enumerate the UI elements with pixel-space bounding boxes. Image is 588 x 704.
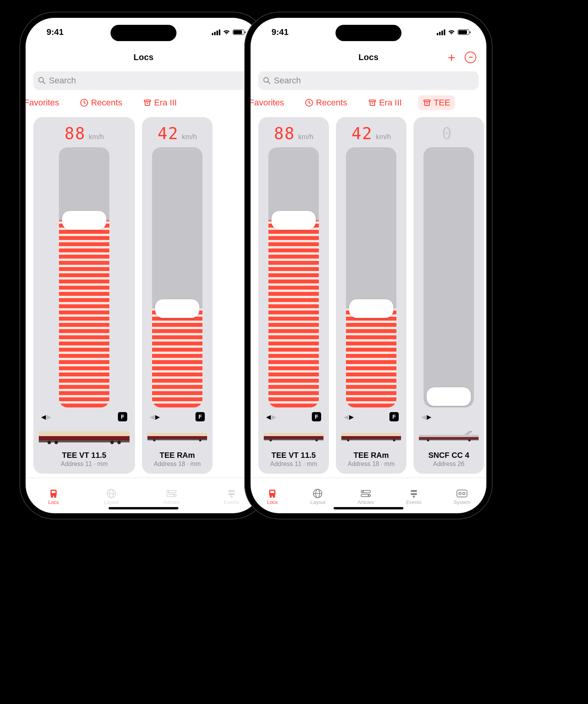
home-indicator[interactable] [109, 507, 178, 509]
tab-layout[interactable]: Layout [310, 488, 325, 505]
svg-point-70 [463, 492, 465, 495]
switches-icon [166, 488, 177, 499]
search-field[interactable] [258, 71, 479, 90]
tab-locs[interactable]: Locs [48, 488, 59, 505]
svg-rect-42 [264, 439, 323, 440]
search-field[interactable] [33, 71, 254, 90]
filter-favorites[interactable]: Favorites [26, 95, 64, 110]
tab-locs[interactable]: Locs [266, 488, 278, 505]
speed-value: 42 [351, 124, 373, 143]
speed-slider[interactable] [346, 147, 396, 407]
svg-point-49 [393, 439, 395, 442]
tab-events[interactable]: Events [406, 488, 422, 505]
slider-thumb[interactable] [427, 387, 471, 406]
filter-era3[interactable]: Era III [363, 95, 406, 110]
battery-icon [458, 29, 469, 35]
loco-image [419, 425, 479, 447]
loco-card[interactable]: 88 km/h ◀▶ F [33, 117, 135, 474]
add-button[interactable]: + [448, 51, 455, 64]
svg-point-31 [264, 78, 268, 82]
filter-tee[interactable]: TEE [418, 95, 455, 110]
loco-card[interactable]: 42 km/h ◀▶ F [142, 117, 213, 474]
tab-layout[interactable]: Layout [104, 488, 119, 505]
svg-rect-41 [264, 433, 323, 436]
svg-rect-29 [228, 490, 235, 492]
loco-card[interactable]: 88 km/h ◀▶ F [258, 117, 329, 474]
function-button[interactable]: F [118, 412, 127, 421]
speed-slider[interactable] [424, 147, 474, 407]
more-button[interactable]: ··· [465, 52, 476, 63]
loco-name: TEE RAm [147, 451, 207, 460]
svg-point-10 [55, 441, 58, 444]
direction-toggle[interactable]: ◀▶ [266, 413, 276, 421]
direction-toggle[interactable]: ◀▶ [344, 413, 354, 421]
loco-card[interactable]: 42 km/h ◀▶ F [336, 117, 406, 474]
wifi-icon [223, 29, 230, 35]
loco-name: TEE VT 11.5 [264, 451, 323, 460]
filter-recents[interactable]: Recents [75, 95, 127, 110]
filter-era3[interactable]: Era III [138, 95, 182, 110]
slider-thumb[interactable] [155, 299, 199, 318]
filter-favorites[interactable]: Favorites [251, 95, 289, 110]
tab-system[interactable]: System [453, 488, 470, 505]
speed-slider[interactable] [152, 147, 202, 407]
loco-subtitle: Address 11 · mm [264, 461, 323, 468]
svg-rect-56 [270, 491, 274, 493]
archive-icon [423, 98, 431, 107]
page-title: Locs [133, 52, 153, 62]
function-button[interactable]: F [312, 412, 321, 421]
svg-point-53 [427, 439, 429, 442]
screen: 9:41 Locs Favorites [26, 18, 261, 513]
svg-point-11 [111, 441, 114, 444]
status-time: 9:41 [47, 27, 64, 37]
phone-frame: 9:41 Locs Favorites [19, 12, 268, 519]
svg-line-32 [268, 82, 270, 84]
svg-rect-45 [341, 436, 401, 439]
loco-image [39, 425, 130, 447]
loco-subtitle: Address 18 · mm [341, 461, 401, 468]
speed-display: 88 km/h [264, 124, 323, 140]
svg-point-12 [118, 441, 121, 444]
home-indicator[interactable] [334, 507, 403, 509]
wifi-icon [448, 29, 455, 35]
slider-thumb[interactable] [349, 299, 393, 318]
loco-subtitle: Address 18 · mm [147, 461, 207, 468]
switches-icon [360, 488, 372, 499]
tab-articles[interactable]: Articles [358, 488, 374, 505]
loco-image [147, 425, 207, 447]
archive-icon [368, 98, 377, 107]
direction-toggle[interactable]: ◀▶ [421, 413, 431, 421]
function-button[interactable]: F [195, 412, 205, 421]
cellular-icon [212, 29, 220, 35]
svg-rect-15 [147, 439, 207, 440]
loco-name: TEE RAm [341, 451, 401, 460]
svg-point-48 [347, 439, 349, 442]
svg-point-58 [273, 495, 275, 498]
direction-toggle[interactable]: ◀▶ [41, 413, 51, 421]
speed-slider[interactable] [268, 147, 319, 407]
svg-point-0 [39, 78, 43, 82]
function-button[interactable]: F [389, 412, 399, 421]
dynamic-island [336, 25, 401, 41]
globe-icon [105, 488, 117, 499]
direction-toggle[interactable]: ◀▶ [150, 413, 160, 421]
search-icon [38, 77, 46, 85]
filter-recents[interactable]: Recents [300, 95, 352, 110]
svg-point-44 [315, 439, 318, 442]
search-input[interactable] [49, 76, 249, 86]
slider-thumb[interactable] [272, 211, 316, 229]
speed-display: 42 km/h [341, 124, 401, 140]
search-input[interactable] [274, 76, 474, 86]
slider-thumb[interactable] [62, 211, 106, 229]
loco-card[interactable]: 0 ◀▶ SNCF CC 4 [413, 117, 484, 474]
svg-point-69 [459, 492, 461, 495]
svg-point-16 [153, 439, 156, 442]
tab-events[interactable]: Events [224, 488, 239, 505]
speed-value: 88 [274, 124, 295, 143]
svg-point-65 [368, 495, 369, 496]
speed-value: 88 [64, 124, 86, 143]
tab-articles[interactable]: Articles [163, 488, 180, 505]
nav-bar: Locs [26, 47, 261, 68]
speed-unit: km/h [89, 133, 104, 141]
speed-slider[interactable] [59, 147, 109, 407]
